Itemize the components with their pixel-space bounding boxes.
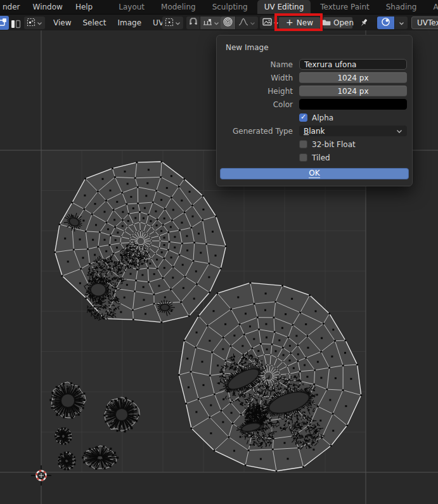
selection-mode-icon: [27, 18, 35, 29]
header-menus: ViewSelectImageUV: [48, 15, 169, 31]
tab-texture-paint[interactable]: Texture Paint: [313, 0, 376, 14]
chevron-down-icon: [396, 127, 403, 136]
width-field[interactable]: 1024 px: [299, 72, 407, 83]
float32-checkbox[interactable]: [299, 140, 307, 148]
uv-editor-header: ViewSelectImageUV: [0, 14, 438, 30]
tiled-label: Tiled: [312, 153, 330, 162]
tab-layout[interactable]: Layout: [112, 0, 151, 14]
new-image-button[interactable]: + New: [278, 16, 321, 29]
snap-mode-dropdown[interactable]: [200, 16, 222, 29]
chevron-down-icon: [37, 18, 42, 27]
uv-map-field[interactable]: UVTex: [411, 16, 438, 29]
header-menu-select[interactable]: Select: [77, 18, 112, 27]
width-label: Width: [224, 74, 299, 82]
alpha-label: Alpha: [312, 113, 333, 122]
display-mode-dropdown[interactable]: [395, 16, 408, 29]
menu-nder[interactable]: nder: [0, 3, 27, 11]
image-display-toggle[interactable]: [377, 16, 394, 29]
editor-type-button[interactable]: [0, 16, 9, 30]
pivot-point-dropdown[interactable]: [162, 16, 183, 29]
height-label: Height: [224, 87, 299, 96]
uv-selection-mode-dropdown[interactable]: [24, 16, 45, 29]
dialog-title: New Image: [217, 41, 412, 58]
alpha-checkbox[interactable]: [299, 113, 307, 122]
increment-snap-icon: [203, 18, 212, 28]
open-button-label: Open: [333, 18, 354, 27]
image-name-input[interactable]: [299, 59, 407, 70]
ok-button[interactable]: OK: [220, 168, 409, 179]
falloff-dropdown[interactable]: [235, 16, 258, 29]
tab-uv-editing[interactable]: UV Editing: [257, 0, 311, 14]
tiled-checkbox[interactable]: [299, 153, 307, 162]
name-label: Name: [224, 60, 299, 69]
header-menu-image[interactable]: Image: [112, 18, 148, 27]
pin-icon[interactable]: [359, 16, 368, 29]
color-label: Color: [224, 100, 299, 109]
header-menu-view[interactable]: View: [48, 18, 77, 27]
proportional-circles-icon: [223, 17, 233, 29]
height-field[interactable]: 1024 px: [299, 86, 407, 96]
sphere-overlay-icon: [381, 17, 390, 29]
image-icon: [262, 18, 272, 28]
topbar: nderWindowHelp LayoutModelingSculptingUV…: [0, 0, 438, 14]
uv-image-editor-icon: [0, 18, 7, 28]
generated-type-value: Blank: [304, 127, 325, 136]
generated-type-dropdown[interactable]: Blank: [299, 126, 407, 136]
chevron-down-icon: [175, 18, 181, 27]
tab-modeling[interactable]: Modeling: [154, 0, 203, 14]
topbar-menus: nderWindowHelp: [0, 0, 99, 14]
tab-shading[interactable]: Shading: [379, 0, 424, 14]
generated-type-label: Generated Type: [224, 127, 299, 136]
workspace-tabs: LayoutModelingSculptingUV EditingTexture…: [112, 0, 438, 14]
menu-help[interactable]: Help: [69, 3, 99, 11]
pivot-icon: [165, 18, 174, 29]
proportional-editing-group[interactable]: [221, 16, 258, 29]
tab-animation[interactable]: Animation: [426, 0, 438, 14]
open-image-button[interactable]: Open: [323, 16, 353, 29]
snap-toggle[interactable]: [186, 16, 200, 29]
chevron-down-icon: [214, 18, 219, 27]
new-image-dialog: New Image Name Width 1024 px Height 1024…: [216, 35, 413, 186]
falloff-curve-icon: [238, 18, 248, 28]
snapping-group[interactable]: [186, 16, 222, 29]
folder-icon: [322, 18, 331, 28]
chevron-down-icon: [399, 18, 404, 27]
new-button-label: New: [297, 18, 313, 27]
tab-sculpting[interactable]: Sculpting: [205, 0, 255, 14]
proportional-edit-toggle[interactable]: [221, 16, 235, 29]
plus-icon: +: [286, 19, 293, 25]
color-swatch[interactable]: [299, 99, 407, 110]
menu-window[interactable]: Window: [27, 3, 69, 11]
editor-split-icon: [11, 18, 21, 30]
magnet-icon: [189, 18, 197, 28]
chevron-down-icon: [250, 18, 255, 27]
float32-label: 32-bit Float: [312, 140, 356, 149]
